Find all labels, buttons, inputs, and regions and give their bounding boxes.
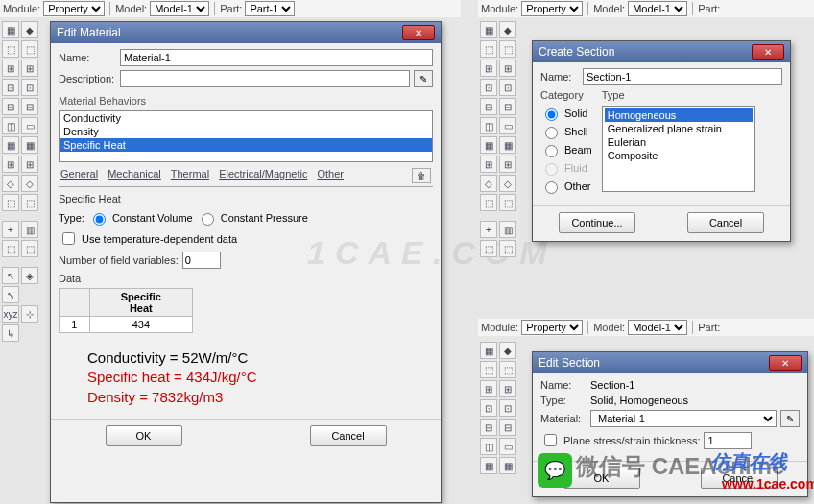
tab-other[interactable]: Other — [317, 168, 344, 183]
tool-icon[interactable]: ⬚ — [480, 194, 497, 211]
tool-icon[interactable]: ▦ — [480, 136, 497, 154]
cat-shell-radio[interactable] — [545, 127, 558, 139]
tool-icon[interactable]: ⬚ — [2, 194, 19, 211]
tool-icon[interactable]: ⊹ — [21, 305, 38, 323]
tool-icon[interactable]: ⊞ — [480, 156, 497, 173]
tool-icon[interactable]: ⊟ — [480, 419, 497, 436]
tool-icon[interactable]: ⊞ — [480, 60, 497, 77]
data-table[interactable]: Specific Heat 1434 — [59, 288, 193, 333]
field-vars-input[interactable] — [182, 252, 221, 269]
tool-icon[interactable]: ◫ — [2, 117, 19, 134]
cell-value[interactable]: 434 — [89, 317, 192, 333]
tool-icon[interactable]: ◈ — [21, 267, 38, 284]
tool-icon[interactable]: ⊡ — [499, 399, 516, 417]
tool-icon[interactable]: ↳ — [2, 324, 19, 342]
list-item[interactable]: Specific Heat — [60, 138, 432, 152]
tool-icon[interactable]: ⊡ — [21, 79, 38, 96]
thickness-input[interactable] — [704, 432, 752, 449]
tool-icon[interactable]: ⊞ — [499, 156, 516, 173]
tool-icon[interactable]: ◆ — [21, 21, 38, 38]
dialog-titlebar[interactable]: Edit Section ✕ — [533, 352, 807, 373]
name-input[interactable] — [583, 68, 782, 85]
model-dropdown[interactable]: Model-1 — [628, 320, 687, 335]
list-item[interactable]: Density — [60, 125, 432, 138]
name-input[interactable] — [120, 49, 433, 66]
thickness-checkbox[interactable] — [544, 434, 557, 446]
tool-icon[interactable]: ◇ — [499, 175, 516, 192]
tool-icon[interactable]: ⊞ — [21, 156, 38, 173]
list-item[interactable]: Generalized plane strain — [605, 122, 753, 135]
cancel-button[interactable]: Cancel — [701, 468, 778, 489]
tool-icon[interactable]: ◇ — [21, 175, 38, 192]
tool-icon[interactable]: ⊟ — [499, 419, 516, 436]
constant-volume-radio[interactable] — [93, 213, 106, 226]
tool-icon[interactable]: ⬚ — [499, 361, 516, 378]
model-dropdown[interactable]: Model-1 — [150, 1, 209, 16]
material-dropdown[interactable]: Material-1 — [590, 410, 777, 427]
tool-icon[interactable]: ▭ — [21, 117, 38, 134]
model-dropdown[interactable]: Model-1 — [628, 1, 687, 16]
list-item[interactable]: Eulerian — [605, 135, 753, 149]
tool-icon[interactable]: ◆ — [499, 342, 516, 359]
cat-other-radio[interactable] — [545, 181, 558, 194]
ok-button[interactable]: OK — [106, 425, 182, 446]
cancel-button[interactable]: Cancel — [687, 212, 764, 233]
tool-icon[interactable]: ⊞ — [499, 380, 516, 397]
tool-icon[interactable]: ▭ — [499, 117, 516, 134]
tab-thermal[interactable]: Thermal — [171, 168, 209, 183]
list-item[interactable]: Homogeneous — [605, 108, 753, 122]
cancel-button[interactable]: Cancel — [310, 425, 387, 446]
close-icon[interactable]: ✕ — [402, 25, 435, 40]
part-dropdown[interactable]: Part-1 — [245, 1, 295, 16]
tool-icon[interactable]: ▦ — [480, 342, 497, 359]
temp-dependent-checkbox[interactable] — [62, 232, 75, 245]
tool-icon[interactable]: ⬚ — [499, 240, 516, 257]
dialog-titlebar[interactable]: Create Section ✕ — [533, 41, 790, 62]
tool-icon[interactable]: ⊟ — [499, 98, 516, 115]
tool-icon[interactable]: ⊟ — [2, 98, 19, 115]
tool-icon[interactable]: ⊞ — [2, 156, 19, 173]
tool-icon[interactable]: ⊟ — [480, 98, 497, 115]
tool-icon[interactable]: ⊞ — [2, 60, 19, 77]
tool-icon[interactable]: ⊞ — [21, 60, 38, 77]
tool-icon[interactable]: ⬚ — [21, 194, 38, 211]
tool-icon[interactable]: ▥ — [499, 221, 516, 238]
close-icon[interactable]: ✕ — [769, 355, 802, 371]
type-list[interactable]: Homogeneous Generalized plane strain Eul… — [602, 106, 755, 192]
tool-icon[interactable]: ⊡ — [480, 79, 497, 96]
tool-icon[interactable]: ⬚ — [21, 240, 38, 257]
module-dropdown[interactable]: Property — [521, 1, 583, 16]
tool-icon[interactable]: ◇ — [480, 175, 497, 192]
tool-icon[interactable]: ⬚ — [2, 240, 19, 257]
tab-electrical[interactable]: Electrical/Magnetic — [219, 168, 307, 183]
tool-icon[interactable]: ⊟ — [21, 98, 38, 115]
tool-icon[interactable]: ▥ — [21, 221, 38, 238]
cat-beam-radio[interactable] — [545, 145, 558, 157]
tool-icon[interactable]: ⊡ — [480, 399, 497, 417]
tool-icon[interactable]: ⊡ — [499, 79, 516, 96]
tool-icon[interactable]: ⊡ — [2, 79, 19, 96]
material-edit-icon[interactable]: ✎ — [780, 410, 800, 427]
tool-icon[interactable]: ↖ — [2, 267, 19, 284]
tool-icon[interactable]: ▦ — [2, 136, 19, 154]
close-icon[interactable]: ✕ — [752, 44, 784, 60]
tool-icon[interactable]: ▦ — [480, 21, 497, 38]
tab-general[interactable]: General — [60, 168, 98, 183]
tool-icon[interactable]: ▦ — [480, 457, 497, 474]
delete-icon[interactable]: 🗑 — [412, 168, 431, 183]
edit-icon[interactable]: ✎ — [414, 70, 433, 87]
dialog-titlebar[interactable]: Edit Material ✕ — [51, 22, 441, 43]
tool-icon[interactable]: ▦ — [2, 21, 19, 38]
tool-icon[interactable]: ⬚ — [499, 40, 516, 58]
tool-icon[interactable]: ◫ — [480, 438, 497, 455]
list-item[interactable]: Conductivity — [60, 111, 432, 125]
behaviors-list[interactable]: Conductivity Density Specific Heat — [59, 110, 433, 162]
list-item[interactable]: Composite — [605, 149, 753, 162]
tool-icon[interactable]: + — [2, 221, 19, 238]
tool-icon[interactable]: ▦ — [499, 457, 516, 474]
constant-pressure-radio[interactable] — [202, 213, 214, 226]
cat-solid-radio[interactable] — [545, 108, 558, 121]
tool-icon[interactable]: ▭ — [499, 438, 516, 455]
tool-icon[interactable]: ▦ — [21, 136, 38, 154]
description-input[interactable] — [120, 70, 410, 87]
